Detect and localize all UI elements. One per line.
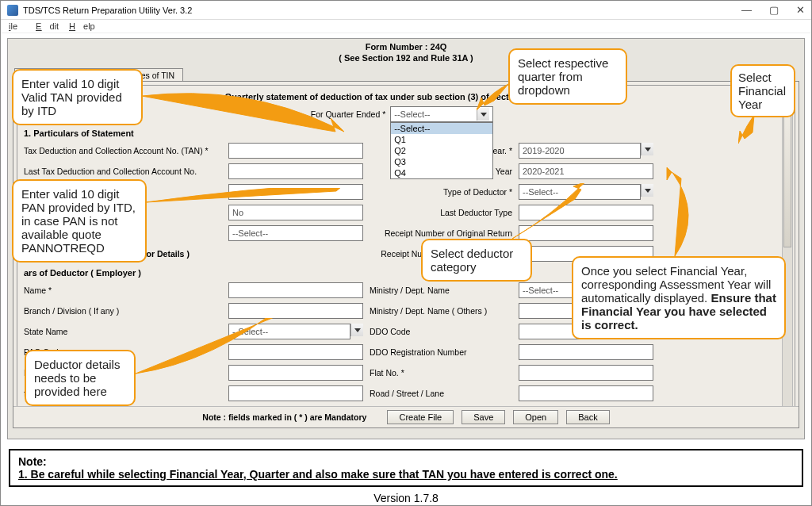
chevron-down-icon[interactable]	[641, 143, 653, 155]
menu-help[interactable]: Help	[69, 21, 95, 31]
name-label: Name *	[24, 286, 222, 295]
minimize-button[interactable]: —	[741, 4, 752, 16]
bottom-toolbar: Note : fields marked in ( * ) are Mandat…	[13, 406, 799, 427]
branch-input[interactable]	[228, 303, 363, 319]
last-tan-input	[228, 163, 363, 179]
callout-arrow-icon	[142, 88, 348, 136]
vertical-scrollbar[interactable]	[782, 87, 793, 422]
mandatory-note: Note : fields marked in ( * ) are Mandat…	[202, 412, 366, 422]
ddo-reg-input	[519, 344, 653, 360]
quarter-option[interactable]: Q2	[391, 145, 492, 156]
menu-edit[interactable]: Edit	[36, 21, 59, 31]
premises-input[interactable]	[228, 385, 363, 401]
app-icon	[7, 5, 18, 16]
ministry-label: Ministry / Dept. Name	[370, 286, 512, 295]
quarter-option[interactable]: Q4	[391, 167, 492, 178]
callout-tan: Enter valid 10 digit Valid TAN provided …	[12, 69, 143, 125]
last-type-label: Last Deductor Type	[370, 208, 512, 217]
callout-deductor: Deductor details needs to be provided he…	[25, 350, 136, 406]
chevron-down-icon[interactable]	[641, 184, 653, 197]
chevron-down-icon[interactable]	[350, 324, 363, 336]
menu-file[interactable]: ile	[9, 21, 25, 31]
branch-label: Branch / Division ( If any )	[24, 306, 222, 316]
quarter-option[interactable]: --Select--	[391, 123, 492, 134]
open-button[interactable]: Open	[513, 410, 558, 424]
callout-arrow-icon	[146, 188, 352, 220]
flat-input[interactable]	[519, 365, 653, 381]
ay-input	[519, 163, 653, 179]
type-label: Type of Deductor *	[370, 187, 512, 197]
menubar: ile Edit Help	[1, 20, 811, 33]
road-input[interactable]	[519, 385, 653, 401]
callout-type: Select deductor category	[421, 239, 532, 282]
tan-input[interactable]	[228, 143, 363, 159]
receipt-orig-label: Receipt Number of Original Return	[370, 228, 512, 238]
window-title: TDS/TCS Return Preparation Utility Ver. …	[23, 6, 192, 15]
callout-fy: Select Financial Year	[730, 64, 795, 117]
road-label: Road / Street / Lane	[370, 389, 512, 398]
ddo-reg-label: DDO Registration Number	[370, 347, 512, 357]
quarter-option[interactable]: Q3	[391, 156, 492, 167]
footer-note-title: Note:	[18, 455, 794, 468]
ddo-code-label: DDO Code	[370, 327, 512, 336]
tan-label: Tax Deduction and Collection Account No.…	[24, 146, 222, 155]
fy-select[interactable]	[519, 143, 641, 159]
quarter-option-list[interactable]: --Select-- Q1 Q2 Q3 Q4	[390, 122, 493, 179]
footer-note-body: 1. Be careful while selecting Financial …	[18, 468, 794, 481]
back-button[interactable]: Back	[566, 410, 609, 424]
close-button[interactable]: ✕	[796, 4, 805, 16]
quarter-selected: --Select--	[394, 109, 430, 119]
callout-arrow-icon	[659, 167, 714, 259]
footer-note: Note: 1. Be careful while selecting Fina…	[9, 449, 803, 487]
callout-pan: Enter valid 10 digit PAN provided by ITD…	[12, 179, 147, 263]
version-label: Version 1.7.8	[1, 489, 811, 506]
name-input[interactable]	[228, 282, 363, 298]
quarter-option[interactable]: Q1	[391, 134, 492, 145]
disabled-select	[228, 225, 363, 241]
form-number: Form Number : 24Q	[8, 39, 804, 53]
callout-arrow-icon	[738, 115, 770, 144]
callout-arrow-icon	[136, 318, 302, 381]
flat-label: Flat No. *	[370, 368, 512, 378]
last-tan-label: Last Tax Deduction and Collection Accoun…	[24, 167, 222, 176]
maximize-button[interactable]: ▢	[769, 4, 779, 16]
callout-ay: Once you select Financial Year, correspo…	[572, 256, 786, 339]
form-section: ( See Section 192 and Rule 31A )	[8, 53, 804, 67]
titlebar: TDS/TCS Return Preparation Utility Ver. …	[1, 1, 811, 20]
ministry-other-label: Ministry / Dept. Name ( Others )	[370, 306, 512, 316]
save-button[interactable]: Save	[462, 410, 505, 424]
create-file-button[interactable]: Create File	[387, 410, 454, 424]
callout-quarter: Select respective quarter from dropdown	[508, 48, 627, 105]
callout-arrow-icon	[508, 183, 588, 243]
